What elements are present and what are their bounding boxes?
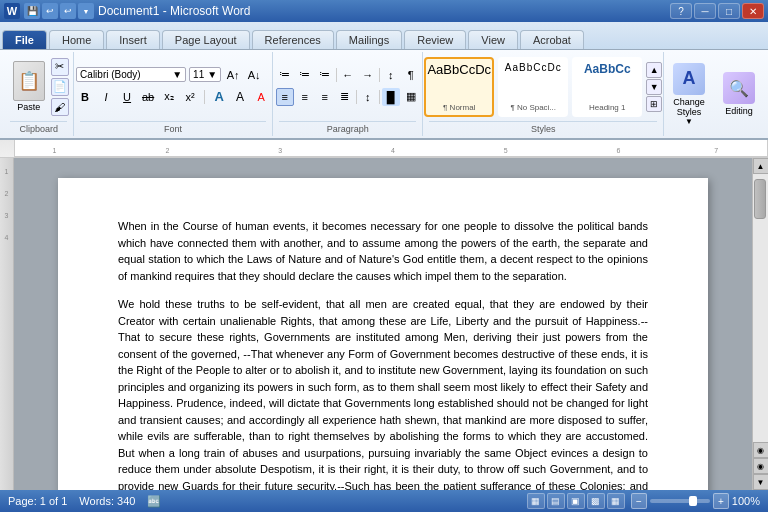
increase-indent-button[interactable]: → <box>359 66 377 84</box>
paragraph-2[interactable]: We hold these truths to be self-evident,… <box>118 296 648 490</box>
close-button[interactable]: ✕ <box>742 3 764 19</box>
font-name-dropdown[interactable]: Calibri (Body)▼ <box>76 67 186 82</box>
text-effects-button[interactable]: A <box>210 88 228 106</box>
status-right: ▦ ▤ ▣ ▩ ▦ − + 100% <box>527 493 760 509</box>
highlight-button[interactable]: A <box>231 88 249 106</box>
show-hide-button[interactable]: ¶ <box>402 66 420 84</box>
align-row: ≡ ≡ ≡ ≣ ↕ █ ▦ <box>276 88 420 106</box>
print-layout-button[interactable]: ▦ <box>527 493 545 509</box>
zoom-slider[interactable] <box>650 499 710 503</box>
align-justify-button[interactable]: ≣ <box>336 88 354 106</box>
scrollbar-thumb[interactable] <box>754 179 766 219</box>
document-page[interactable]: When in the Course of human events, it b… <box>58 178 708 490</box>
customize-icon[interactable]: ▼ <box>78 3 94 19</box>
maximize-button[interactable]: □ <box>718 3 740 19</box>
sort-button[interactable]: ↕ <box>382 66 400 84</box>
format-painter-button[interactable]: 🖌 <box>51 98 69 116</box>
style-normal-text: AaBbCcDc <box>427 62 491 77</box>
full-screen-button[interactable]: ▤ <box>547 493 565 509</box>
shrink-font-button[interactable]: A↓ <box>245 66 263 84</box>
ruler-mark-3: 3 <box>278 147 282 154</box>
paragraph-1[interactable]: When in the Course of human events, it b… <box>118 218 648 284</box>
help-button[interactable]: ? <box>670 3 692 19</box>
draft-button[interactable]: ▦ <box>607 493 625 509</box>
style-scroll-up[interactable]: ▲ <box>646 62 662 78</box>
status-bar: Page: 1 of 1 Words: 340 🔤 ▦ ▤ ▣ ▩ ▦ − + … <box>0 490 768 512</box>
quick-access-toolbar[interactable]: 💾 ↩ ↩ ▼ <box>24 3 94 19</box>
subscript-button[interactable]: x₂ <box>160 88 178 106</box>
line-spacing-button[interactable]: ↕ <box>359 88 377 106</box>
ruler-mark-5: 5 <box>504 147 508 154</box>
bold-button[interactable]: B <box>76 88 94 106</box>
ruler-mark-7: 7 <box>714 147 718 154</box>
style-heading1-text: AaBbCc <box>584 62 631 76</box>
decrease-indent-button[interactable]: ← <box>339 66 357 84</box>
underline-button[interactable]: U <box>118 88 136 106</box>
tab-review[interactable]: Review <box>404 30 466 49</box>
align-left-button[interactable]: ≡ <box>276 88 294 106</box>
font-label: Font <box>80 121 265 134</box>
tab-file[interactable]: File <box>2 30 47 49</box>
scroll-up-button[interactable]: ▲ <box>753 158 769 174</box>
align-center-button[interactable]: ≡ <box>296 88 314 106</box>
undo-icon[interactable]: ↩ <box>42 3 58 19</box>
ruler-mark-1: 1 <box>53 147 57 154</box>
borders-button[interactable]: ▦ <box>402 88 420 106</box>
tab-insert[interactable]: Insert <box>106 30 160 49</box>
tab-references[interactable]: References <box>252 30 334 49</box>
font-group: Calibri (Body)▼ 11▼ A↑ A↓ B I U ab x₂ x²… <box>74 52 272 136</box>
next-page-button[interactable]: ◉ <box>753 458 769 474</box>
redo-icon[interactable]: ↩ <box>60 3 76 19</box>
tab-mailings[interactable]: Mailings <box>336 30 402 49</box>
ruler-mark-6: 6 <box>617 147 621 154</box>
tab-home[interactable]: Home <box>49 30 104 49</box>
font-content: Calibri (Body)▼ 11▼ A↑ A↓ B I U ab x₂ x²… <box>76 54 270 119</box>
word-count: Words: 340 <box>79 495 135 507</box>
bullets-button[interactable]: ≔ <box>276 66 294 84</box>
zoom-out-button[interactable]: − <box>631 493 647 509</box>
change-styles-arrow: ▼ <box>685 117 693 126</box>
paste-button[interactable]: 📋 Paste <box>9 59 49 114</box>
clipboard-content: 📋 Paste ✂ 📄 🖌 <box>9 54 69 119</box>
superscript-button[interactable]: x² <box>181 88 199 106</box>
numbering-button[interactable]: ≔ <box>296 66 314 84</box>
zoom-in-button[interactable]: + <box>713 493 729 509</box>
styles-content: AaBbCcDc ¶ Normal AaBbCcDc ¶ No Spaci...… <box>424 54 662 119</box>
editing-button[interactable]: 🔍 Editing <box>714 52 764 136</box>
main-area: 1 2 3 4 When in the Course of human even… <box>0 158 768 490</box>
prev-page-button[interactable]: ◉ <box>753 442 769 458</box>
style-scroll-down[interactable]: ▼ <box>646 79 662 95</box>
vertical-scrollbar[interactable]: ▲ ◉ ◉ ▼ <box>752 158 768 490</box>
minimize-button[interactable]: ─ <box>694 3 716 19</box>
style-heading1-label: Heading 1 <box>589 103 625 112</box>
align-right-button[interactable]: ≡ <box>316 88 334 106</box>
tab-page-layout[interactable]: Page Layout <box>162 30 250 49</box>
window-controls[interactable]: ? ─ □ ✕ <box>670 3 764 19</box>
grow-font-button[interactable]: A↑ <box>224 66 242 84</box>
shading-button[interactable]: █ <box>382 88 400 106</box>
change-styles-button[interactable]: A ChangeStyles ▼ <box>664 52 714 136</box>
cut-button[interactable]: ✂ <box>51 58 69 76</box>
tab-view[interactable]: View <box>468 30 518 49</box>
style-normal[interactable]: AaBbCcDc ¶ Normal <box>424 57 494 117</box>
copy-button[interactable]: 📄 <box>51 78 69 96</box>
multilevel-button[interactable]: ≔ <box>316 66 334 84</box>
scroll-down-button[interactable]: ▼ <box>753 474 769 490</box>
style-no-spacing[interactable]: AaBbCcDc ¶ No Spaci... <box>498 57 568 117</box>
outline-button[interactable]: ▩ <box>587 493 605 509</box>
zoom-thumb[interactable] <box>689 496 697 506</box>
document-area[interactable]: When in the Course of human events, it b… <box>14 158 752 490</box>
font-size-dropdown[interactable]: 11▼ <box>189 67 221 82</box>
tab-acrobat[interactable]: Acrobat <box>520 30 584 49</box>
scrollbar-track[interactable] <box>753 174 768 442</box>
font-color-button[interactable]: A <box>252 88 270 106</box>
page-info: Page: 1 of 1 <box>8 495 67 507</box>
vruler-mark3: 3 <box>5 212 9 219</box>
style-more[interactable]: ⊞ <box>646 96 662 112</box>
style-no-spacing-text: AaBbCcDc <box>505 62 562 73</box>
save-icon[interactable]: 💾 <box>24 3 40 19</box>
style-heading1[interactable]: AaBbCc Heading 1 <box>572 57 642 117</box>
italic-button[interactable]: I <box>97 88 115 106</box>
strikethrough-button[interactable]: ab <box>139 88 157 106</box>
web-layout-button[interactable]: ▣ <box>567 493 585 509</box>
